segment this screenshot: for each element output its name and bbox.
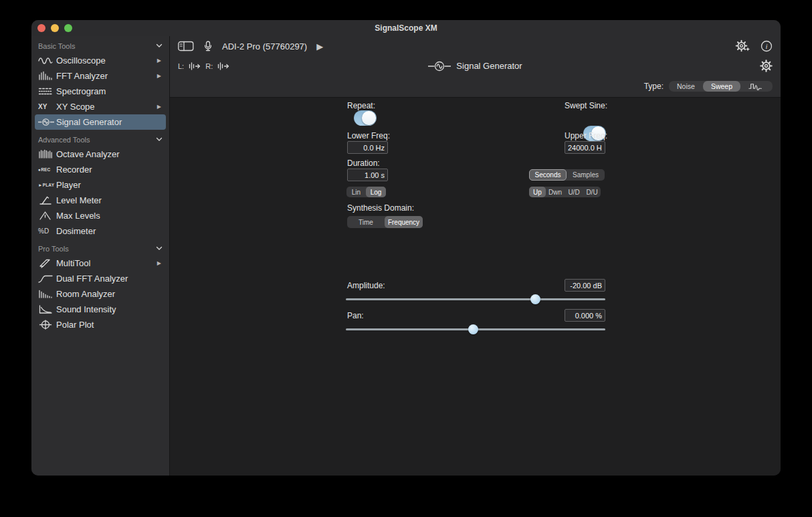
amplitude-label: Amplitude: <box>347 280 385 292</box>
sidebar-item-label: Spectrogram <box>56 86 106 96</box>
axis-curve-icon <box>38 304 56 314</box>
synthesis-domain-label: Synthesis Domain: <box>347 203 414 213</box>
sidebar-item-label: Polar Plot <box>56 320 94 330</box>
sidebar-item-label: Max Levels <box>56 211 100 221</box>
type-option-sweep[interactable]: Sweep <box>703 81 740 92</box>
left-channel-label: L: <box>178 62 184 70</box>
swept-sine-label: Swept Sine: <box>565 101 607 110</box>
sidebar-item-room-analyzer[interactable]: Room Analyzer <box>35 286 166 302</box>
xy-letters-icon: XY <box>38 103 56 110</box>
sidebar-item-level-meter[interactable]: Level Meter <box>35 193 166 208</box>
type-segmented-control: Noise Sweep <box>669 81 773 92</box>
amplitude-input[interactable] <box>565 279 605 292</box>
direction-option-du[interactable]: D/U <box>583 187 601 197</box>
sidebar-section-basic-tools[interactable]: Basic Tools <box>31 36 169 53</box>
chevron-down-icon <box>156 137 163 142</box>
titlebar: SignalScope XM <box>31 20 781 36</box>
duration-input[interactable] <box>347 169 388 181</box>
sidebar-item-recorder[interactable]: ●REC Recorder <box>35 162 166 177</box>
pan-input[interactable] <box>565 309 605 322</box>
right-channel-label: R: <box>205 62 213 70</box>
tool-settings-gear-icon[interactable] <box>760 60 773 72</box>
slider-track[interactable] <box>346 298 605 300</box>
unit-option-seconds[interactable]: Seconds <box>529 169 567 181</box>
unit-option-samples[interactable]: Samples <box>567 169 605 181</box>
scale-segmented: Lin Log <box>346 187 386 197</box>
pan-label: Pan: <box>347 310 364 322</box>
sidebar-item-octave-analyzer[interactable]: Octave Analyzer <box>35 146 166 162</box>
peak-triangle-icon <box>38 211 56 221</box>
sidebar-item-xy-scope[interactable]: XY XY Scope ▶ <box>35 99 166 114</box>
submenu-arrow-icon: ▶ <box>157 260 163 266</box>
sidebar-item-dosimeter[interactable]: %D Dosimeter <box>35 223 166 239</box>
svg-text:i: i <box>765 42 767 50</box>
sidebar-section-pro-tools[interactable]: Pro Tools <box>31 239 169 255</box>
submenu-arrow-icon: ▶ <box>157 58 163 64</box>
window-title: SignalScope XM <box>31 23 781 33</box>
sidebar-item-sound-intensity[interactable]: Sound Intensity <box>35 302 166 317</box>
right-channel-signal-icon[interactable] <box>217 62 230 71</box>
signal-generator-icon <box>38 117 56 127</box>
sidebar-item-spectrogram[interactable]: Spectrogram <box>35 84 166 99</box>
sine-wave-icon <box>38 56 56 66</box>
settings-sparkle-gear-icon[interactable] <box>735 39 751 53</box>
multitool-blade-icon <box>38 258 56 268</box>
chevron-down-icon <box>156 43 163 48</box>
type-toolbar: Type: Noise Sweep <box>170 76 781 97</box>
repeat-toggle[interactable] <box>354 110 377 126</box>
sidebar-item-oscilloscope[interactable]: Oscilloscope ▶ <box>35 53 166 68</box>
scale-option-log[interactable]: Log <box>366 187 386 197</box>
left-channel-signal-icon[interactable] <box>188 62 201 71</box>
sidebar-item-label: Oscilloscope <box>56 56 106 66</box>
domain-option-frequency[interactable]: Frequency <box>385 216 423 228</box>
sidebar-item-dual-fft-analyzer[interactable]: Dual FFT Analyzer <box>35 271 166 286</box>
submenu-arrow-icon: ▶ <box>157 104 163 110</box>
play-button[interactable]: ▶ <box>316 42 323 51</box>
upper-freq-input[interactable] <box>565 141 605 154</box>
microphone-icon[interactable] <box>203 41 213 52</box>
type-option-arbitrary[interactable] <box>740 81 773 92</box>
pan-slider[interactable] <box>346 324 605 334</box>
octave-bars-icon <box>38 149 56 159</box>
sidebar-item-multitool[interactable]: MultiTool ▶ <box>35 255 166 271</box>
sidebar: Basic Tools Oscilloscope ▶ <box>31 36 170 476</box>
scale-option-lin[interactable]: Lin <box>346 187 366 197</box>
sidebar-item-label: Player <box>56 180 81 190</box>
sidebar-item-label: Signal Generator <box>56 117 122 127</box>
main-toolbar: ADI-2 Pro (57760297) ▶ <box>170 36 781 56</box>
direction-option-ud[interactable]: U/D <box>565 187 583 197</box>
pan-slider-thumb[interactable] <box>468 324 478 334</box>
meter-needle-icon <box>38 195 56 205</box>
section-title: Basic Tools <box>38 42 75 50</box>
amplitude-slider-thumb[interactable] <box>530 294 540 304</box>
upper-freq-label: Upper Freq: <box>565 131 607 140</box>
signal-generator-icon <box>428 60 451 72</box>
amplitude-slider[interactable] <box>346 294 605 304</box>
direction-option-up[interactable]: Up <box>529 187 546 197</box>
lower-freq-label: Lower Freq: <box>347 131 390 140</box>
device-selector[interactable]: ADI-2 Pro (57760297) <box>222 41 307 51</box>
rec-dot-icon: ●REC <box>38 167 56 172</box>
sidebar-item-label: Sound Intensity <box>56 304 116 314</box>
domain-option-time[interactable]: Time <box>347 216 385 228</box>
type-option-noise[interactable]: Noise <box>669 81 703 92</box>
sidebar-item-label: Dual FFT Analyzer <box>56 274 128 284</box>
sidebar-item-max-levels[interactable]: Max Levels <box>35 208 166 223</box>
direction-option-dwn[interactable]: Dwn <box>546 187 565 197</box>
domain-segmented: Time Frequency <box>347 216 423 228</box>
toggle-knob <box>362 111 376 125</box>
square-sine-wave-icon <box>748 82 765 90</box>
duration-unit-segmented: Seconds Samples <box>529 169 605 181</box>
sidebar-item-fft-analyzer[interactable]: FFT Analyzer ▶ <box>35 68 166 84</box>
lower-freq-input[interactable] <box>347 141 388 154</box>
section-title: Pro Tools <box>38 245 69 253</box>
info-icon[interactable]: i <box>760 40 773 52</box>
transfer-curve-icon <box>38 274 56 284</box>
sidebar-item-player[interactable]: ►PLAY Player <box>35 177 166 193</box>
submenu-arrow-icon: ▶ <box>157 73 163 79</box>
direction-segmented: Up Dwn U/D D/U <box>529 187 601 197</box>
sidebar-item-signal-generator[interactable]: Signal Generator <box>35 114 166 130</box>
sidebar-item-polar-plot[interactable]: Polar Plot <box>35 317 166 332</box>
sidebar-toggle-button[interactable] <box>178 41 194 51</box>
sidebar-section-advanced-tools[interactable]: Advanced Tools <box>31 130 169 146</box>
